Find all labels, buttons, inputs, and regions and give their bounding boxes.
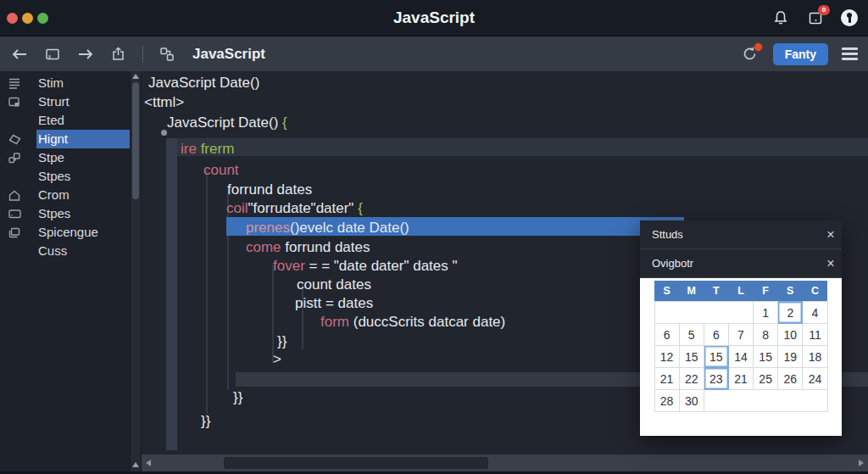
calendar-day-cell[interactable]: 8 — [754, 324, 778, 346]
sidebar-item-hignt[interactable]: Hignt — [0, 130, 130, 148]
code-line[interactable]: count — [203, 161, 239, 180]
calendar-day-cell[interactable]: 19 — [778, 346, 803, 368]
calendar-day-cell[interactable]: 25 — [754, 368, 778, 390]
calendar-day-header: T — [704, 281, 728, 302]
scrollbar-thumb[interactable] — [132, 82, 139, 199]
sidebar-item-stpes[interactable]: Stpes — [0, 204, 130, 223]
sidebar-item-label: Stpe — [36, 148, 130, 167]
popup-header-1: Sttuds — [640, 220, 842, 249]
code-line[interactable]: pistt = dates — [295, 294, 373, 313]
calendar-day-cell[interactable]: 6 — [654, 324, 679, 346]
current-line-highlight — [166, 138, 868, 156]
sidebar-item-label: Stpes — [36, 167, 130, 186]
calendar-day-header: S — [778, 281, 803, 302]
code-line[interactable]: come forrund dates — [246, 238, 370, 257]
code-line[interactable]: prenes()evelc date Date() — [246, 219, 409, 237]
code-line[interactable]: <ttml> — [144, 93, 184, 112]
sidebar: StimStrurtEtedHigntStpeStpesCromStpesSpi… — [0, 71, 130, 471]
calendar-day-cell[interactable]: 15 — [704, 346, 728, 368]
close-icon[interactable] — [820, 220, 842, 248]
sidebar-scrollbar[interactable] — [130, 71, 142, 471]
account-icon[interactable] — [841, 9, 858, 26]
code-line[interactable]: JavaScript Date() { — [167, 114, 287, 132]
popup-title-1: Sttuds — [652, 228, 820, 241]
share-icon[interactable] — [109, 45, 128, 64]
sidebar-item-label: Strurt — [36, 92, 130, 111]
calendar-day-cell[interactable]: 5 — [679, 324, 704, 346]
sidebar-item-cuss[interactable]: Cuss — [0, 242, 130, 260]
save-region-icon[interactable] — [43, 45, 62, 64]
calendar-day-cell[interactable]: 28 — [654, 390, 679, 412]
sidebar-item-stpe[interactable]: Stpe — [0, 148, 130, 167]
scroll-up-arrow-bottom[interactable] — [132, 462, 139, 467]
menu-icon — [0, 77, 29, 89]
calendar-day-cell[interactable]: 22 — [679, 368, 704, 390]
forward-icon[interactable] — [76, 45, 95, 64]
calendar-day-cell[interactable]: 30 — [679, 390, 704, 412]
calendar-day-cell[interactable]: 23 — [704, 368, 728, 390]
calendar-day-cell[interactable]: 11 — [803, 324, 827, 346]
calendar-day-cell[interactable]: 21 — [728, 368, 753, 390]
code-line[interactable]: ire frerm — [181, 140, 234, 159]
code-line[interactable]: }} — [201, 412, 210, 431]
scroll-right-arrow[interactable] — [859, 460, 864, 466]
sidebar-item-stim[interactable]: Stim — [0, 74, 130, 92]
calendar-day-cell[interactable] — [654, 302, 754, 324]
home-icon — [0, 189, 29, 202]
sitemap-icon[interactable] — [158, 45, 176, 64]
sidebar-item-spicengue[interactable]: Spicengue — [0, 223, 130, 242]
calendar-grid: SMTLFSC124656781011121515141519182122232… — [654, 281, 828, 412]
menu-icon[interactable] — [842, 47, 858, 60]
eraser-icon — [0, 133, 29, 146]
calendar-day-cell[interactable]: 12 — [654, 346, 679, 368]
calendar-day-cell[interactable] — [704, 390, 827, 412]
breakpoint-dot[interactable] — [161, 130, 167, 136]
calendar-day-cell[interactable]: 18 — [803, 346, 827, 368]
sidebar-item-label: Hignt — [36, 130, 130, 148]
calendar-day-cell[interactable]: 24 — [803, 368, 827, 390]
horizontal-scrollbar[interactable] — [142, 454, 868, 471]
calendar-day-cell[interactable]: 15 — [754, 346, 778, 368]
notifications-icon[interactable]: 0 — [806, 8, 825, 27]
calendar-day-cell[interactable]: 4 — [803, 302, 827, 324]
calendar-day-cell[interactable]: 21 — [654, 368, 679, 390]
back-icon[interactable] — [10, 45, 29, 64]
calendar-day-cell[interactable]: 14 — [728, 346, 753, 368]
sidebar-item-stpes[interactable]: Stpes — [0, 167, 130, 186]
code-line[interactable]: }} — [233, 388, 242, 407]
sidebar-item-label: Eted — [36, 111, 130, 130]
calendar-day-cell[interactable]: 26 — [778, 368, 803, 390]
code-line[interactable]: }} — [277, 332, 287, 351]
calendar-day-cell[interactable]: 10 — [778, 324, 803, 346]
indent-block-marker — [166, 138, 177, 450]
close-icon[interactable] — [820, 249, 842, 277]
code-line[interactable]: > — [273, 350, 281, 369]
calendar-day-cell[interactable]: 1 — [754, 302, 778, 324]
code-line[interactable]: forrund dates — [227, 181, 312, 199]
toolbar-divider — [142, 46, 143, 63]
title-bar: JavaScript 0 — [0, 0, 868, 36]
scroll-up-arrow[interactable] — [132, 74, 139, 79]
sidebar-item-label: Crom — [36, 186, 130, 204]
code-line[interactable]: coil"forrudate"dater" { — [226, 199, 363, 218]
code-line[interactable]: count dates — [297, 276, 371, 294]
calendar-day-cell[interactable]: 2 — [778, 302, 803, 324]
code-line[interactable]: JavaScript Date() — [148, 74, 259, 92]
code-line[interactable]: fover = = "date dater" dates " — [273, 257, 458, 276]
refresh-icon[interactable] — [741, 45, 760, 64]
calendar-body: SMTLFSC124656781011121515141519182122232… — [640, 278, 842, 436]
calendar-day-header: F — [754, 281, 778, 302]
code-line[interactable]: form (duccScrits datcar date) — [320, 313, 505, 332]
scroll-left-arrow[interactable] — [146, 460, 151, 466]
calendar-day-cell[interactable]: 15 — [679, 346, 704, 368]
sidebar-item-crom[interactable]: Crom — [0, 186, 130, 204]
sidebar-item-eted[interactable]: Eted — [0, 111, 130, 130]
popup-title-2: Ovigbotr — [652, 257, 820, 270]
sidebar-item-strurt[interactable]: Strurt — [0, 92, 130, 111]
user-button[interactable]: Fanty — [773, 43, 828, 65]
hscrollbar-thumb[interactable] — [224, 457, 488, 469]
calendar-day-cell[interactable]: 6 — [704, 324, 728, 346]
calendar-day-cell[interactable]: 7 — [728, 324, 753, 346]
bell-icon[interactable] — [771, 8, 790, 27]
sidebar-item-label: Cuss — [36, 242, 130, 260]
